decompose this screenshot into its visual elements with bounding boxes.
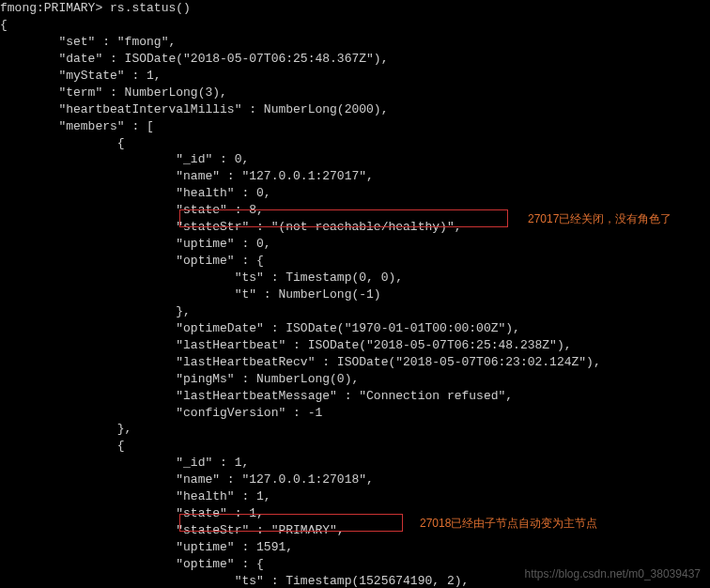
output-line: "name" : "127.0.0.1:27018", bbox=[0, 472, 374, 487]
output-line: "pingMs" : NumberLong(0), bbox=[0, 372, 359, 386]
output-line: "lastHeartbeat" : ISODate("2018-05-07T06… bbox=[0, 338, 572, 352]
output-line: "stateStr" : "PRIMARY", bbox=[0, 523, 345, 537]
shell-prompt: fmong:PRIMARY> bbox=[0, 1, 110, 15]
output-line: "state" : 8, bbox=[0, 203, 264, 217]
output-line: "name" : "127.0.0.1:27017", bbox=[0, 169, 374, 183]
output-line: "ts" : Timestamp(1525674190, 2), bbox=[0, 574, 469, 588]
output-line: }, bbox=[0, 304, 191, 318]
output-line: { bbox=[0, 439, 125, 453]
output-line: "lastHeartbeatRecv" : ISODate("2018-05-0… bbox=[0, 355, 601, 369]
output-line: "optimeDate" : ISODate("1970-01-01T00:00… bbox=[0, 321, 520, 335]
watermark: https://blog.csdn.net/m0_38039437 bbox=[525, 566, 701, 582]
output-line: "t" : NumberLong(-1) bbox=[0, 287, 381, 302]
annotation-2: 27018已经由子节点自动变为主节点 bbox=[420, 516, 597, 532]
shell-command[interactable]: rs.status() bbox=[110, 1, 191, 15]
output-line: "configVersion" : -1 bbox=[0, 406, 322, 420]
output-line: "_id" : 1, bbox=[0, 456, 249, 470]
output-line: "stateStr" : "(not reachable/healthy)", bbox=[0, 220, 461, 234]
output-line: "state" : 1, bbox=[0, 506, 264, 520]
output-line: }, bbox=[0, 422, 131, 436]
output-line: "optime" : { bbox=[0, 557, 264, 571]
output-line: "heartbeatIntervalMillis" : NumberLong(2… bbox=[0, 102, 388, 116]
output-line: "_id" : 0, bbox=[0, 152, 249, 166]
output-line: "health" : 1, bbox=[0, 489, 271, 503]
terminal-output: fmong:PRIMARY> rs.status() { "set" : "fm… bbox=[0, 0, 710, 588]
output-line: "lastHeartbeatMessage" : "Connection ref… bbox=[0, 389, 513, 403]
output-line: "date" : ISODate("2018-05-07T06:25:48.36… bbox=[0, 52, 388, 66]
output-line: "health" : 0, bbox=[0, 186, 271, 200]
output-line: "uptime" : 0, bbox=[0, 237, 271, 251]
output-line: "ts" : Timestamp(0, 0), bbox=[0, 271, 403, 285]
output-line: { bbox=[0, 18, 8, 32]
output-line: "myState" : 1, bbox=[0, 69, 162, 83]
output-line: "optime" : { bbox=[0, 254, 264, 268]
output-line: "members" : [ bbox=[0, 119, 154, 133]
annotation-1: 27017已经关闭，没有角色了 bbox=[528, 211, 671, 227]
output-line: { bbox=[0, 136, 125, 150]
output-line: "set" : "fmong", bbox=[0, 35, 176, 49]
output-line: "uptime" : 1591, bbox=[0, 540, 293, 554]
output-line: "term" : NumberLong(3), bbox=[0, 85, 227, 100]
